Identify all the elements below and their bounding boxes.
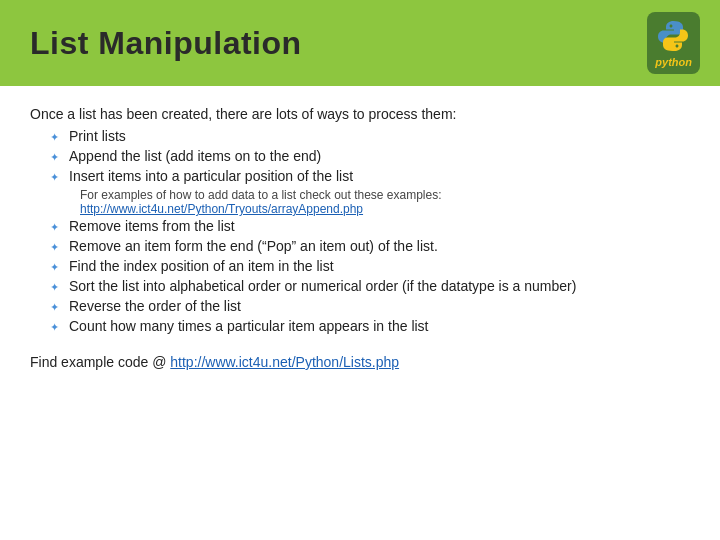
- find-example-paragraph: Find example code @ http://www.ict4u.net…: [30, 354, 690, 370]
- list-item-text-9: Count how many times a particular item a…: [69, 318, 690, 334]
- list-item: ✦ Append the list (add items on to the e…: [30, 148, 690, 164]
- bullet-icon-5: ✦: [50, 241, 59, 254]
- list-item: ✦ Find the index position of an item in …: [30, 258, 690, 274]
- list-item: ✦ Remove an item form the end (“Pop” an …: [30, 238, 690, 254]
- page-title: List Manipulation: [30, 25, 302, 62]
- list-item: ✦ Sort the list into alphabetical order …: [30, 278, 690, 294]
- list-item-text-8: Reverse the order of the list: [69, 298, 690, 314]
- list-item: ✦ Insert items into a particular positio…: [30, 168, 690, 184]
- list-item: ✦ Remove items from the list: [30, 218, 690, 234]
- bullet-icon-9: ✦: [50, 321, 59, 334]
- list-item-text-1: Print lists: [69, 128, 690, 144]
- list-item-text-7: Sort the list into alphabetical order or…: [69, 278, 690, 294]
- bullet-icon-4: ✦: [50, 221, 59, 234]
- lists-link[interactable]: http://www.ict4u.net/Python/Lists.php: [170, 354, 399, 370]
- list-item: ✦ Print lists: [30, 128, 690, 144]
- list-item: ✦ Count how many times a particular item…: [30, 318, 690, 334]
- list-item-text-5: Remove an item form the end (“Pop” an it…: [69, 238, 690, 254]
- python-logo: python: [647, 12, 700, 74]
- sub-note: For examples of how to add data to a lis…: [80, 188, 690, 216]
- main-content: Once a list has been created, there are …: [0, 86, 720, 390]
- intro-paragraph: Once a list has been created, there are …: [30, 106, 690, 122]
- list-item-text-2: Append the list (add items on to the end…: [69, 148, 690, 164]
- find-example-text: Find example code @: [30, 354, 170, 370]
- list-item-text-6: Find the index position of an item in th…: [69, 258, 690, 274]
- array-append-link[interactable]: http://www.ict4u.net/Python/Tryouts/arra…: [80, 202, 363, 216]
- bullet-list-2: ✦ Remove items from the list ✦ Remove an…: [30, 218, 690, 334]
- bullet-icon-3: ✦: [50, 171, 59, 184]
- bullet-icon-8: ✦: [50, 301, 59, 314]
- list-item-text-3: Insert items into a particular position …: [69, 168, 690, 184]
- python-logo-icon: [656, 18, 692, 54]
- page-header: List Manipulation python: [0, 0, 720, 86]
- bullet-icon-2: ✦: [50, 151, 59, 164]
- list-item-text-4: Remove items from the list: [69, 218, 690, 234]
- sub-note-text: For examples of how to add data to a lis…: [80, 188, 442, 202]
- bullet-list-1: ✦ Print lists ✦ Append the list (add ite…: [30, 128, 690, 184]
- list-item: ✦ Reverse the order of the list: [30, 298, 690, 314]
- bullet-icon-7: ✦: [50, 281, 59, 294]
- bullet-icon-1: ✦: [50, 131, 59, 144]
- bullet-icon-6: ✦: [50, 261, 59, 274]
- python-logo-text: python: [655, 56, 692, 68]
